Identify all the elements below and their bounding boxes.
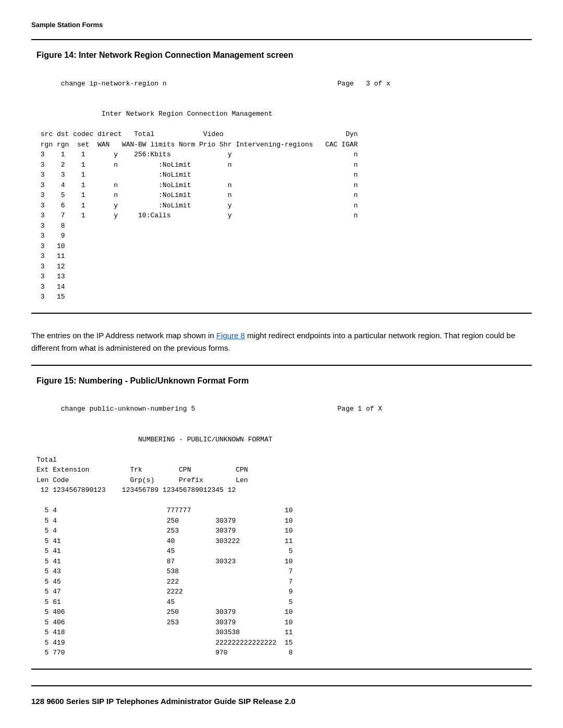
- figure14-line: 3 4 1 n :NoLimit n n: [36, 180, 527, 191]
- figure14-line: 3 7 1 y 10:Calls y n: [36, 211, 527, 221]
- figure15-line: 5 47 2222 9: [36, 587, 527, 597]
- figure15-line: 5 41 45 5: [36, 546, 527, 557]
- figure14-line: 3 9: [36, 231, 527, 241]
- footer: 128 9600 Series SIP IP Telephones Admini…: [31, 685, 532, 706]
- paragraph-text: The entries on the IP Address network ma…: [31, 329, 532, 354]
- figure15-page-line: change public-unknown-numbering 5 Page 1…: [36, 394, 527, 425]
- figure8-link[interactable]: Figure 8: [216, 331, 245, 340]
- figure15-line: Ext Extension Trk CPN CPN: [36, 465, 527, 475]
- figure14-line: 3 15: [36, 292, 527, 302]
- figure15-line: 5 4 250 30379 10: [36, 516, 527, 526]
- figure14-line: 3 8: [36, 221, 527, 231]
- figure15-line: 5 770 970 8: [36, 648, 527, 658]
- figure15-line: 5 4 253 30379 10: [36, 526, 527, 536]
- figure15-line: 5 406 253 30379 10: [36, 618, 527, 628]
- figure14-line: 3 12: [36, 262, 527, 272]
- figure15-subtitle: NUMBERING - PUBLIC/UNKNOWN FORMAT: [36, 424, 527, 455]
- figure14-subtitle: Inter Network Region Connection Manageme…: [36, 99, 527, 130]
- figure15-title: Figure 15: Numbering - Public/Unknown Fo…: [36, 376, 527, 386]
- figure15-line: 5 43 538 7: [36, 566, 527, 577]
- figure14-line: rgn rgn set WAN WAN-BW limits Norm Prio …: [36, 140, 527, 150]
- figure14-line: 3 6 1 y :NoLimit y n: [36, 201, 527, 211]
- figure14-line: 3 10: [36, 241, 527, 252]
- figure15-line: [36, 496, 527, 506]
- figure15-content: TotalExt Extension Trk CPN CPNLen Code G…: [36, 455, 527, 658]
- figure15-line: Len Code Grp(s) Prefix Len: [36, 475, 527, 486]
- figure14-title: Figure 14: Inter Network Region Connecti…: [36, 51, 527, 60]
- figure14-content: src dst codec direct Total Video Dyn rgn…: [36, 129, 527, 302]
- figure14-line: 3 11: [36, 251, 527, 262]
- figure14-line: 3 5 1 n :NoLimit n n: [36, 190, 527, 201]
- figure14-line: 3 3 1 :NoLimit n: [36, 170, 527, 180]
- figure14-page-line: change ip-network-region n Page 3 of x: [36, 68, 527, 99]
- figure15-line: 5 41 40 303222 11: [36, 536, 527, 547]
- figure15-line: 5 4 777777 10: [36, 505, 527, 516]
- figure15-line: 5 419 222222222222222 15: [36, 638, 527, 648]
- figure14-box: Figure 14: Inter Network Region Connecti…: [31, 39, 532, 314]
- figure15-line: Total: [36, 455, 527, 465]
- figure15-line: 12 1234567890123 123456789 1234567890123…: [36, 485, 527, 496]
- figure15-line: 5 61 45 5: [36, 597, 527, 608]
- figure15-line: 5 406 250 30379 10: [36, 607, 527, 618]
- figure14-line: 3 13: [36, 272, 527, 282]
- figure14-line: src dst codec direct Total Video Dyn: [36, 129, 527, 140]
- figure14-line: 3 1 1 y 256:Kbits y n: [36, 150, 527, 160]
- figure15-line: 5 418 303538 11: [36, 627, 527, 638]
- figure15-line: 5 45 222 7: [36, 577, 527, 587]
- figure14-line: 3 14: [36, 282, 527, 292]
- figure15-line: 5 41 87 30323 10: [36, 557, 527, 567]
- section-header: Sample Station Forms: [31, 21, 532, 29]
- figure15-box: Figure 15: Numbering - Public/Unknown Fo…: [31, 365, 532, 670]
- figure14-line: 3 2 1 n :NoLimit n n: [36, 160, 527, 170]
